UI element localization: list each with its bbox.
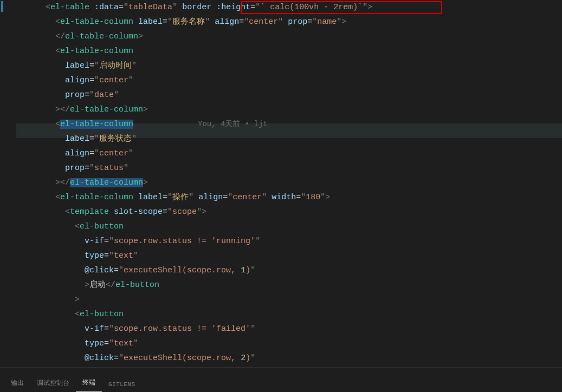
token-p: ": [255, 237, 260, 246]
token-p: ": [124, 164, 128, 173]
token-op: =: [239, 17, 244, 27]
token-op: =: [114, 266, 119, 275]
code-line[interactable]: <el-table-column: [16, 44, 562, 58]
token-op: =: [163, 207, 167, 217]
tab-debug-console[interactable]: 调试控制台: [30, 373, 76, 392]
token-p: ": [197, 207, 202, 217]
code-line[interactable]: type="text": [16, 336, 562, 351]
code-line[interactable]: <el-button: [16, 219, 562, 234]
token-p: >: [143, 178, 148, 187]
code-line[interactable]: >: [16, 292, 562, 307]
token-op: =: [119, 3, 124, 12]
token-txt: [133, 17, 138, 27]
token-p: ": [205, 17, 210, 27]
token-tag: el-table-column: [70, 105, 143, 114]
code-line[interactable]: v-if="scope.row.status != 'running'": [16, 234, 562, 249]
code-line[interactable]: label="启动时间": [16, 58, 562, 73]
tab-gitlens[interactable]: GITLENS: [102, 376, 142, 392]
code-line[interactable]: type="text": [16, 249, 562, 263]
code-line[interactable]: <template slot-scope="scope">: [16, 205, 562, 219]
code-line[interactable]: align="center": [16, 146, 562, 161]
code-line[interactable]: v-if="scope.row.status != 'failed'": [16, 322, 562, 336]
token-p: ": [109, 237, 114, 246]
code-line[interactable]: <el-table :data="tableData" border :heig…: [16, 0, 562, 15]
token-str: name: [317, 17, 337, 27]
token-attr: :height: [216, 3, 250, 12]
token-p: <: [75, 310, 80, 319]
token-op: =: [89, 134, 94, 143]
token-p: ": [94, 76, 99, 85]
token-op: =: [104, 251, 109, 260]
token-str: center: [99, 76, 128, 85]
token-p: <: [65, 207, 70, 217]
token-cn: 启动时间: [99, 61, 132, 70]
token-str: 180: [306, 193, 320, 202]
token-op: =: [163, 193, 167, 202]
token-p: ": [89, 164, 94, 173]
code-line[interactable]: <el-button: [16, 307, 562, 322]
tab-terminal[interactable]: 终端: [76, 373, 102, 392]
token-str: center: [249, 17, 278, 27]
token-txt: [211, 3, 216, 12]
code-line[interactable]: <el-table-column label="操作" align="cente…: [16, 190, 562, 205]
code-line[interactable]: <el-table-column label="服务名称" align="cen…: [16, 15, 562, 29]
code-line[interactable]: @click="executeShell(scope.row, 1)": [16, 263, 562, 278]
code-editor[interactable]: <el-table :data="tableData" border :heig…: [16, 0, 562, 367]
token-p: ": [167, 17, 172, 27]
token-p: ": [255, 3, 260, 12]
code-line[interactable]: <el-table-columnYou, 4天前 • ljt: [16, 117, 562, 132]
token-str: center: [232, 193, 262, 202]
code-line[interactable]: prop="date": [16, 88, 562, 102]
token-p: ": [89, 90, 94, 100]
token-str: scope.row.status != 'failed': [114, 324, 250, 334]
token-p: ": [301, 193, 306, 202]
token-attr: prop: [65, 90, 85, 100]
tab-output[interactable]: 输出: [4, 373, 30, 392]
code-line[interactable]: </el-table-column>: [16, 29, 562, 44]
token-tag: el-button: [115, 280, 159, 290]
token-p: ": [262, 193, 267, 202]
token-p: ": [133, 251, 138, 260]
token-p: ": [312, 17, 317, 27]
code-line[interactable]: label="服务状态": [16, 132, 562, 146]
token-p: >: [75, 295, 80, 304]
code-line[interactable]: align="center": [16, 73, 562, 88]
token-cn: 操作: [172, 193, 189, 202]
token-attr: slot-scope: [114, 207, 163, 217]
token-p: ": [109, 251, 114, 260]
token-tag: el-table-column: [60, 193, 133, 202]
bottom-panel-tabs: 输出 调试控制台 终端 GITLENS: [0, 367, 562, 392]
token-str: text: [114, 251, 133, 260]
token-txt: 启动: [89, 280, 106, 290]
diff-indicator: [1, 1, 3, 12]
token-txt: [133, 193, 138, 202]
code-line[interactable]: prop="status": [16, 161, 562, 175]
token-str: executeShell(scope.row,: [124, 354, 241, 363]
token-p: >: [143, 105, 148, 114]
token-attr: prop: [288, 17, 307, 27]
token-p: <: [55, 120, 60, 129]
token-num: 1: [241, 266, 246, 275]
token-p: ": [119, 354, 124, 363]
gitlens-blame-annotation: You, 4天前 • ljt: [198, 117, 268, 132]
token-op: =: [223, 193, 228, 202]
token-str: ` calc(100vh - 2rem)`: [260, 3, 363, 12]
token-num: 2: [241, 354, 246, 363]
token-p: <: [55, 193, 60, 202]
code-line[interactable]: >启动</el-button: [16, 278, 562, 292]
token-tag: el-table-column: [60, 47, 133, 56]
token-op: =: [89, 76, 94, 85]
token-p: ></: [55, 105, 70, 114]
token-attr: :data: [94, 3, 119, 12]
token-attr: width: [272, 193, 296, 202]
token-tag: el-table-column: [70, 178, 143, 187]
token-attr: @click: [85, 354, 114, 363]
token-p: ": [109, 324, 114, 334]
token-p: ": [128, 149, 133, 158]
token-txt: [193, 193, 198, 202]
code-line[interactable]: @click="executeShell(scope.row, 2)": [16, 351, 562, 365]
token-cn: 服务状态: [99, 134, 132, 143]
code-line[interactable]: ></el-table-column>: [16, 102, 562, 117]
token-p: ": [167, 207, 172, 217]
code-line[interactable]: ></el-table-column>: [16, 175, 562, 190]
